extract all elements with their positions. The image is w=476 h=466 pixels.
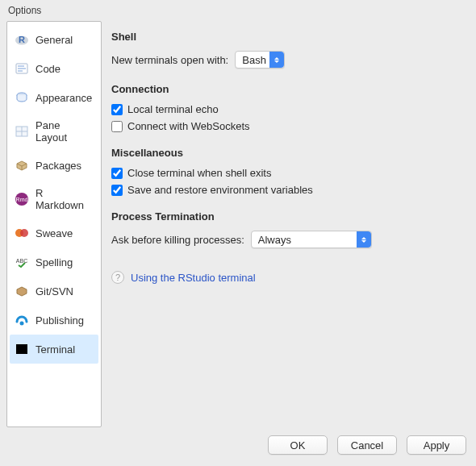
publishing-icon [15, 313, 29, 327]
websockets-checkbox[interactable]: Connect with WebSockets [111, 120, 466, 132]
websockets-input[interactable] [111, 121, 123, 132]
sidebar-item-general[interactable]: R General [10, 25, 98, 54]
websockets-label: Connect with WebSockets [127, 120, 250, 132]
sidebar-item-rmarkdown[interactable]: Rmd R Markdown [10, 180, 98, 218]
sidebar-item-label: Packages [35, 160, 81, 172]
local-echo-label: Local terminal echo [127, 103, 219, 115]
svg-text:ABC: ABC [16, 258, 27, 264]
code-icon [15, 61, 29, 76]
appearance-icon [15, 90, 29, 105]
rmarkdown-icon: Rmd [15, 192, 29, 206]
help-icon: ? [111, 271, 124, 284]
packages-icon [15, 158, 29, 173]
help-link-row: ? Using the RStudio terminal [111, 271, 466, 284]
cancel-button[interactable]: Cancel [337, 435, 397, 455]
open-with-label: New terminals open with: [111, 54, 228, 66]
section-proc-term-title: Process Termination [111, 210, 466, 223]
sidebar-item-label: Terminal [35, 343, 75, 356]
sidebar-item-code[interactable]: Code [10, 54, 98, 83]
ask-kill-value: Always [258, 234, 291, 246]
sidebar-item-label: Pane Layout [35, 119, 94, 144]
sidebar-item-label: Appearance [35, 92, 92, 104]
sidebar-item-gitsvn[interactable]: Git/SVN [10, 277, 98, 306]
ok-button[interactable]: OK [268, 435, 328, 455]
apply-button[interactable]: Apply [407, 435, 466, 455]
help-link[interactable]: Using the RStudio terminal [131, 272, 256, 284]
open-with-value: Bash [242, 54, 266, 66]
sidebar-item-label: Publishing [35, 314, 84, 327]
sidebar-item-pane-layout[interactable]: Pane Layout [10, 112, 98, 151]
save-env-checkbox[interactable]: Save and restore environment variables [111, 184, 466, 196]
window-body: R General Code Appearance P [0, 19, 476, 427]
sidebar-item-label: General [35, 34, 73, 46]
sidebar-item-label: Code [35, 63, 61, 75]
sidebar-item-label: Sweave [35, 227, 73, 239]
section-connection-title: Connection [111, 83, 466, 95]
svg-text:R: R [19, 35, 25, 44]
sidebar-item-packages[interactable]: Packages [10, 151, 98, 180]
svg-point-13 [20, 229, 28, 237]
close-on-exit-input[interactable] [111, 168, 123, 179]
terminal-icon [15, 342, 29, 356]
gitsvn-icon [15, 284, 29, 298]
ask-kill-select[interactable]: Always [251, 231, 372, 248]
sidebar-item-label: R Markdown [35, 187, 94, 211]
sidebar-item-terminal[interactable]: Terminal [10, 335, 98, 364]
section-shell-title: Shell [111, 31, 466, 43]
sweave-icon [15, 226, 29, 240]
close-on-exit-label: Close terminal when shell exits [127, 167, 271, 179]
options-window: Options R General Code Appearance [0, 0, 476, 466]
footer: OK Cancel Apply [0, 427, 476, 466]
content-panel: Shell New terminals open with: Bash Conn… [111, 21, 470, 427]
local-echo-input[interactable] [111, 104, 123, 115]
svg-text:Rmd: Rmd [16, 197, 28, 202]
sidebar-item-sweave[interactable]: Sweave [10, 218, 98, 248]
spelling-icon: ABC [15, 255, 29, 269]
save-env-input[interactable] [111, 185, 123, 196]
sidebar-item-publishing[interactable]: Publishing [10, 306, 98, 335]
save-env-label: Save and restore environment variables [127, 184, 313, 196]
r-logo-icon: R [15, 32, 29, 47]
svg-point-15 [20, 322, 24, 326]
section-misc-title: Miscellaneous [111, 147, 466, 159]
local-echo-checkbox[interactable]: Local terminal echo [111, 103, 466, 115]
chevron-updown-icon [269, 52, 284, 68]
sidebar: R General Code Appearance P [6, 21, 102, 427]
chevron-updown-icon [357, 231, 371, 248]
sidebar-item-spelling[interactable]: ABC Spelling [10, 248, 98, 277]
pane-layout-icon [15, 124, 29, 139]
ask-kill-label: Ask before killing processes: [111, 234, 244, 246]
open-with-select[interactable]: Bash [235, 51, 285, 69]
sidebar-item-label: Git/SVN [35, 285, 73, 297]
window-title: Options [0, 0, 476, 19]
close-on-exit-checkbox[interactable]: Close terminal when shell exits [111, 167, 466, 179]
sidebar-item-appearance[interactable]: Appearance [10, 83, 98, 112]
sidebar-item-label: Spelling [35, 256, 73, 268]
svg-rect-16 [16, 344, 27, 354]
